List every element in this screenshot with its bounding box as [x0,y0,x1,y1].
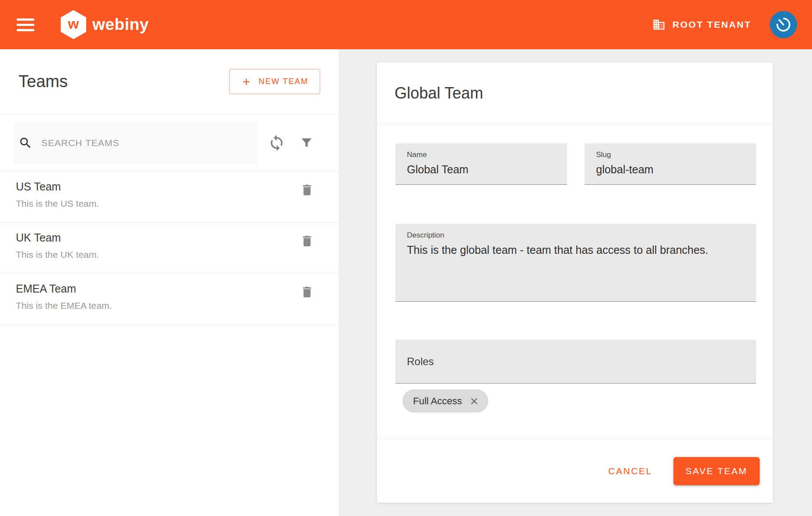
delete-team-button[interactable] [300,285,314,299]
team-list-item-emea[interactable]: EMEA Team This is the EMEA team. [0,274,339,325]
name-field-value: Global Team [407,163,556,176]
team-list-item-uk[interactable]: UK Team This is the UK team. [0,223,339,274]
cancel-button[interactable]: CANCEL [604,461,657,481]
delete-team-button[interactable] [300,234,314,248]
team-detail-card: Global Team Name Global Team Slug global… [377,62,773,503]
gravatar-icon [770,11,796,37]
team-name: UK Team [16,231,339,244]
tenant-selector[interactable]: ROOT TENANT [652,18,751,31]
search-box[interactable] [13,122,257,164]
page-title: Teams [18,72,68,91]
name-field[interactable]: Name Global Team [395,143,567,185]
name-field-label: Name [407,150,556,159]
team-name: EMEA Team [16,282,339,295]
save-team-button[interactable]: SAVE TEAM [673,457,760,485]
app-header: w webiny ROOT TENANT [0,0,812,49]
plus-icon [241,77,252,87]
brand-wordmark: webiny [92,15,149,34]
webiny-logo: w webiny [61,10,149,39]
teams-list-panel: Teams NEW TEAM US Team This is th [0,49,339,516]
form-actions: CANCEL SAVE TEAM [377,439,773,503]
search-input[interactable] [41,138,235,148]
search-icon [18,136,33,150]
slug-field[interactable]: Slug global-team [585,143,756,185]
building-icon [652,18,666,31]
description-field-label: Description [407,231,745,240]
user-avatar[interactable] [770,11,797,38]
chip-remove-button[interactable] [469,396,479,406]
hamburger-menu-icon[interactable] [17,15,36,34]
role-chip-full-access[interactable]: Full Access [402,389,488,413]
trash-icon [300,234,314,248]
team-name: US Team [16,180,339,193]
search-toolbar [0,114,339,172]
team-detail-header: Global Team [377,62,773,124]
refresh-button[interactable] [268,134,285,152]
team-detail-title: Global Team [395,84,483,102]
team-description: This is the UK team. [16,249,339,260]
filter-button[interactable] [299,135,315,151]
teams-panel-header: Teams NEW TEAM [0,49,339,114]
new-team-button-label: NEW TEAM [259,77,308,86]
team-list-item-us[interactable]: US Team This is the US team. [0,172,339,223]
tenant-label: ROOT TENANT [673,19,751,30]
close-icon [469,396,479,406]
refresh-icon [268,134,285,152]
new-team-button[interactable]: NEW TEAM [229,69,320,94]
delete-team-button[interactable] [300,183,314,197]
description-field-value: This is the global team - team that has … [407,244,745,256]
team-description: This is the EMEA team. [16,300,339,311]
team-description: This is the US team. [16,198,339,209]
description-field[interactable]: Description This is the global team - te… [395,224,756,302]
slug-field-value: global-team [596,163,745,176]
roles-field[interactable]: Roles [395,340,756,384]
slug-field-label: Slug [596,150,745,159]
roles-field-label: Roles [407,355,745,368]
trash-icon [300,285,314,299]
webiny-hexagon-icon: w [61,10,86,39]
trash-icon [300,183,314,197]
role-chip-label: Full Access [413,395,462,407]
filter-icon [299,135,315,151]
brand-initial: w [68,16,79,32]
